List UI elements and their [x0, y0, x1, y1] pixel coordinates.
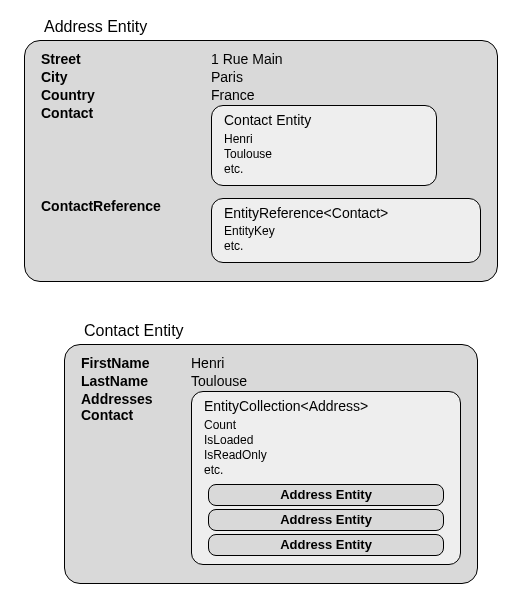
- contact-inner-line-1: Toulouse: [224, 147, 424, 162]
- city-row: City Paris: [41, 69, 481, 85]
- contact-inner-title: Contact Entity: [224, 112, 424, 130]
- address-entity-box: Street 1 Rue Main City Paris Country Fra…: [24, 40, 498, 282]
- nested-address-list: Address Entity Address Entity Address En…: [204, 484, 448, 557]
- city-label: City: [41, 69, 211, 85]
- city-value: Paris: [211, 69, 481, 85]
- contact-label: Contact: [41, 105, 211, 121]
- firstname-label: FirstName: [81, 355, 191, 371]
- entity-reference-line-1: etc.: [224, 239, 468, 254]
- collection-line-2: IsReadOnly: [204, 448, 448, 463]
- contact-inner-line-2: etc.: [224, 162, 424, 177]
- nested-address-entity: Address Entity: [208, 534, 444, 556]
- address-entity-title: Address Entity: [44, 18, 505, 36]
- addresses-label: Addresses: [81, 391, 191, 407]
- lastname-label: LastName: [81, 373, 191, 389]
- entity-reference-box: EntityReference<Contact> EntityKey etc.: [211, 198, 481, 264]
- contact-reference-label: ContactReference: [41, 198, 211, 214]
- country-label: Country: [41, 87, 211, 103]
- country-value: France: [211, 87, 481, 103]
- lastname-value: Toulouse: [191, 373, 461, 389]
- entity-collection-box: EntityCollection<Address> Count IsLoaded…: [191, 391, 461, 565]
- entity-collection-title: EntityCollection<Address>: [204, 398, 448, 416]
- firstname-row: FirstName Henri: [81, 355, 461, 371]
- contact-entity-section: Contact Entity FirstName Henri LastName …: [64, 322, 505, 584]
- contact-entity-box: FirstName Henri LastName Toulouse Addres…: [64, 344, 478, 584]
- entity-reference-line-0: EntityKey: [224, 224, 468, 239]
- firstname-value: Henri: [191, 355, 461, 371]
- contact-label-2: Contact: [81, 407, 191, 423]
- contact-reference-row: ContactReference EntityReference<Contact…: [41, 198, 481, 264]
- addresses-row: Addresses Contact EntityCollection<Addre…: [81, 391, 461, 565]
- street-label: Street: [41, 51, 211, 67]
- contact-entity-inner-box: Contact Entity Henri Toulouse etc.: [211, 105, 437, 186]
- lastname-row: LastName Toulouse: [81, 373, 461, 389]
- collection-line-1: IsLoaded: [204, 433, 448, 448]
- nested-address-entity: Address Entity: [208, 509, 444, 531]
- collection-line-0: Count: [204, 418, 448, 433]
- street-value: 1 Rue Main: [211, 51, 481, 67]
- nested-address-entity: Address Entity: [208, 484, 444, 506]
- entity-reference-title: EntityReference<Contact>: [224, 205, 468, 223]
- contact-entity-title: Contact Entity: [84, 322, 505, 340]
- country-row: Country France: [41, 87, 481, 103]
- contact-inner-line-0: Henri: [224, 132, 424, 147]
- address-entity-section: Address Entity Street 1 Rue Main City Pa…: [24, 18, 505, 282]
- collection-line-3: etc.: [204, 463, 448, 478]
- street-row: Street 1 Rue Main: [41, 51, 481, 67]
- contact-row: Contact Contact Entity Henri Toulouse et…: [41, 105, 481, 186]
